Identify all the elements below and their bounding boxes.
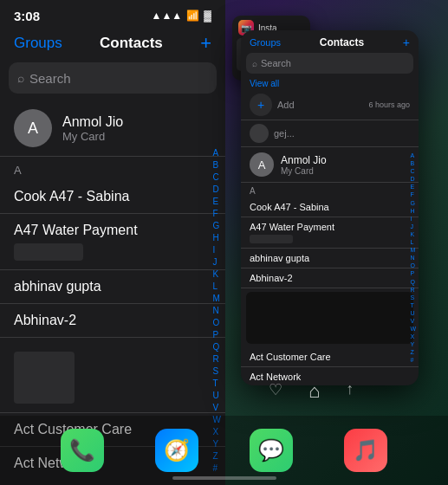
wifi-icon: 📶 xyxy=(186,10,199,22)
avatar: A xyxy=(14,109,52,147)
list-item[interactable]: Abhinav-2 xyxy=(0,304,225,338)
list-item[interactable] xyxy=(0,338,225,413)
music-dock-icon[interactable]: 🎵 xyxy=(344,429,387,472)
switcher-controls: ♡ ⌂ ↑ xyxy=(269,380,354,403)
alpha-a[interactable]: A xyxy=(213,147,221,159)
alpha-h[interactable]: H xyxy=(213,232,221,244)
profile-sub: My Card xyxy=(62,130,123,143)
list-item[interactable]: A47 Water Payment xyxy=(241,217,419,249)
alpha-j[interactable]: J xyxy=(213,256,221,268)
home-icon[interactable]: ⌂ xyxy=(308,380,320,403)
mini-search-icon: ⌕ xyxy=(252,59,257,68)
add-contact-button[interactable]: + xyxy=(200,32,211,55)
mini-search-placeholder: Search xyxy=(261,58,291,68)
contact-name: Cook A47 - Sabina xyxy=(14,189,211,204)
contact-thumbnail xyxy=(250,235,293,243)
alpha-d[interactable]: D xyxy=(213,184,221,196)
status-time: 3:08 xyxy=(14,9,40,23)
alpha-s[interactable]: S xyxy=(213,365,221,378)
dock: 📞 🧭 💬 🎵 xyxy=(0,416,448,485)
battery-icon: ▓ xyxy=(204,10,211,22)
contact-name: A47 Water Payment xyxy=(14,223,211,238)
alpha-g[interactable]: G xyxy=(213,220,221,232)
mini-ge-row[interactable]: gej... xyxy=(241,120,419,147)
alpha-v[interactable]: V xyxy=(213,402,221,414)
music-icon: 🎵 xyxy=(353,438,379,462)
contact-name: Cook A47 - Sabina xyxy=(250,202,410,212)
messages-dock-icon[interactable]: 💬 xyxy=(250,429,293,472)
alpha-m[interactable]: M xyxy=(213,293,221,305)
search-bar[interactable]: ⌕ Search xyxy=(9,62,217,94)
share-icon: ↑ xyxy=(346,380,354,403)
safari-dock-icon[interactable]: 🧭 xyxy=(155,429,198,472)
main-contacts-panel: 3:08 ▲▲▲ 📶 ▓ Groups Contacts + ⌕ Search … xyxy=(0,0,225,485)
contact-name: abhinav gupta xyxy=(14,279,211,294)
messages-icon: 💬 xyxy=(258,438,284,462)
mini-add-avatar: + xyxy=(250,94,272,116)
mini-ge-avatar xyxy=(250,124,269,143)
mini-page-title: Contacts xyxy=(320,36,364,48)
mini-nav-bar: Groups Contacts + xyxy=(241,30,419,53)
list-item[interactable]: A47 Water Payment xyxy=(0,214,225,270)
page-title: Contacts xyxy=(100,35,163,52)
search-icon: ⌕ xyxy=(17,71,24,85)
contact-thumbnail xyxy=(14,352,75,404)
alpha-f[interactable]: F xyxy=(213,208,221,220)
alpha-u[interactable]: U xyxy=(213,390,221,402)
nav-bar: Groups Contacts + xyxy=(0,28,225,62)
mini-ge-name: gej... xyxy=(274,128,295,139)
alpha-t[interactable]: T xyxy=(213,378,221,390)
profile-name: Anmol Jio xyxy=(62,114,123,130)
alpha-l[interactable]: L xyxy=(213,281,221,293)
alpha-n[interactable]: N xyxy=(213,305,221,317)
phone-icon: 📞 xyxy=(69,438,95,462)
section-header-a: A xyxy=(0,157,225,180)
phone-dock-icon[interactable]: 📞 xyxy=(61,429,104,472)
mini-groups-button[interactable]: Groups xyxy=(250,37,281,48)
search-placeholder: Search xyxy=(29,71,71,86)
alpha-i[interactable]: I xyxy=(213,244,221,256)
heart-icon: ♡ xyxy=(269,380,282,403)
signal-icon: ▲▲▲ xyxy=(152,10,183,22)
mini-profile-sub: My Card xyxy=(281,166,327,176)
contact-name: abhinav gupta xyxy=(250,253,410,263)
mini-time-ago: 6 hours ago xyxy=(368,100,410,109)
alpha-k[interactable]: K xyxy=(213,268,221,281)
profile-info: Anmol Jio My Card xyxy=(62,114,123,143)
my-card[interactable]: A Anmol Jio My Card xyxy=(0,100,225,157)
alpha-e[interactable]: E xyxy=(213,196,221,208)
status-bar: 3:08 ▲▲▲ 📶 ▓ xyxy=(0,0,225,28)
home-indicator xyxy=(172,476,276,480)
list-item[interactable]: Cook A47 - Sabina xyxy=(0,180,225,214)
alpha-r[interactable]: R xyxy=(213,353,221,365)
alpha-p[interactable]: P xyxy=(213,329,221,341)
alpha-b[interactable]: B xyxy=(213,159,221,171)
mini-add-label: Add xyxy=(277,100,295,110)
alpha-q[interactable]: Q xyxy=(213,341,221,353)
alpha-c[interactable]: C xyxy=(213,171,221,184)
mini-profile-info: Anmol Jio My Card xyxy=(281,154,327,176)
mini-add-button[interactable]: + xyxy=(403,36,410,49)
obscured-block xyxy=(246,292,413,344)
list-item[interactable]: Act Customer Care xyxy=(241,347,419,367)
safari-icon: 🧭 xyxy=(164,438,190,462)
mini-search-bar[interactable]: ⌕ Search xyxy=(246,53,413,74)
contact-name: A47 Water Payment xyxy=(250,222,410,232)
list-item[interactable]: Cook A47 - Sabina xyxy=(241,197,419,217)
mini-alphabet-index[interactable]: A B C D E F G H I J K L M N O P Q R S T … xyxy=(410,152,416,365)
mini-avatar: A xyxy=(250,152,274,177)
list-item[interactable]: abhinav gupta xyxy=(0,270,225,304)
list-item[interactable]: abhinav gupta xyxy=(241,249,419,268)
mini-section-a: A xyxy=(241,183,419,197)
mini-view-all[interactable]: View all xyxy=(241,77,419,90)
contact-thumbnail xyxy=(14,243,83,261)
status-icons: ▲▲▲ 📶 ▓ xyxy=(152,10,211,22)
list-item[interactable]: Abhinav-2 xyxy=(241,268,419,288)
groups-button[interactable]: Groups xyxy=(14,35,62,52)
mini-my-card[interactable]: A Anmol Jio My Card xyxy=(241,147,419,183)
mini-profile-name: Anmol Jio xyxy=(281,154,327,166)
contact-name: Act Customer Care xyxy=(250,352,410,362)
mini-add-row[interactable]: + Add 6 hours ago xyxy=(241,90,419,120)
alpha-o[interactable]: O xyxy=(213,317,221,329)
contacts-app-card[interactable]: Groups Contacts + ⌕ Search View all + Ad… xyxy=(241,30,419,385)
